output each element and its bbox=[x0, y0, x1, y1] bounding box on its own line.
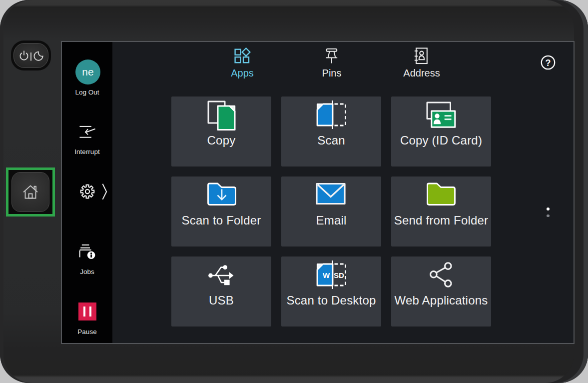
svg-text:SD: SD bbox=[334, 271, 344, 280]
svg-text:?: ? bbox=[546, 58, 551, 68]
svg-text:W: W bbox=[323, 271, 330, 280]
